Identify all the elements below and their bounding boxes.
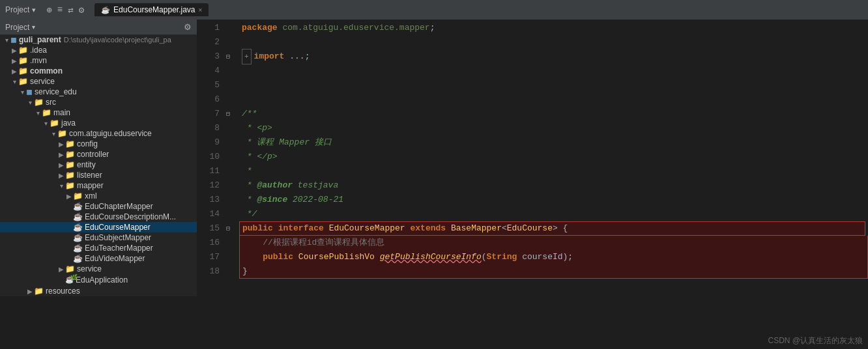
code-text xyxy=(273,221,278,236)
sidebar-item-edu-course-desc[interactable]: ▶ ☕ EduCourseDescriptionM... xyxy=(0,212,197,222)
code-line-11: * xyxy=(239,164,868,178)
sidebar-item-idea[interactable]: ▶ 📁 .idea xyxy=(0,45,197,55)
code-line-15: ● public interface EduCourseMapper exten… xyxy=(239,221,865,236)
sidebar-item-listener[interactable]: ▶ 📁 listener xyxy=(0,170,197,180)
comment: */ xyxy=(242,207,257,221)
code-text: ( xyxy=(482,250,487,264)
sidebar-item-java[interactable]: ▾ 📁 java xyxy=(0,118,197,128)
code-text xyxy=(242,250,263,264)
sidebar-item-mapper[interactable]: ▾ 📁 mapper xyxy=(0,180,197,191)
sidebar-icon-1[interactable]: ⚙ xyxy=(184,22,192,32)
sidebar-label: .mvn xyxy=(30,56,47,65)
project-dropdown-icon[interactable]: ▾ xyxy=(32,6,36,14)
settings-icon[interactable]: ⚙ xyxy=(79,5,84,16)
add-icon[interactable]: ⊕ xyxy=(46,5,51,16)
code-text: ; xyxy=(430,21,435,35)
collapse-icon[interactable]: ⊟ xyxy=(226,53,230,61)
sidebar-item-edu-course-mapper[interactable]: ▶ ☕ EduCourseMapper xyxy=(0,222,197,232)
sidebar-item-controller[interactable]: ▶ 📁 controller xyxy=(0,149,197,160)
sidebar-item-edu-application[interactable]: ▶ ☕ 🌿 EduApplication xyxy=(0,274,197,286)
tab-close-button[interactable]: × xyxy=(199,7,203,14)
list-icon[interactable]: ≡ xyxy=(57,5,63,15)
gutter-line xyxy=(226,193,239,207)
sidebar-label: main xyxy=(53,108,70,117)
line-num: 13 xyxy=(197,193,220,207)
folder-icon: 📁 xyxy=(18,56,28,65)
sidebar-label: listener xyxy=(77,171,102,180)
folder-icon: 📁 xyxy=(65,264,75,273)
line-num: 1 xyxy=(197,21,220,35)
sidebar-item-xml[interactable]: ▶ 📁 xml xyxy=(0,191,197,201)
arrow-icon: ▶ xyxy=(26,288,34,295)
sidebar-item-guli-parent[interactable]: ▾ ◼ guli_parent D:\study\java\code\proje… xyxy=(0,35,197,45)
gutter-line xyxy=(226,250,239,264)
sidebar-label: .idea xyxy=(30,46,47,55)
code-line-13: * @since 2022-08-21 xyxy=(239,193,868,207)
line-numbers: 1 2 3 4 5 6 7 8 9 10 11 12 13 14 15 16 1 xyxy=(197,20,226,296)
sidebar-item-edu-video-mapper[interactable]: ▶ ☕ EduVideoMapper xyxy=(0,253,197,264)
line-num: 16 xyxy=(197,236,220,250)
gutter-collapse-class[interactable]: ⊟ xyxy=(226,221,239,236)
sidebar-header: Project ▾ ⚙ xyxy=(0,20,197,35)
comment: //根据课程id查询课程具体信息 xyxy=(263,236,384,250)
sidebar-item-edu-teacher-mapper[interactable]: ▶ ☕ EduTeacherMapper xyxy=(0,243,197,253)
sidebar-item-main[interactable]: ▾ 📁 main xyxy=(0,107,197,118)
sidebar-item-src[interactable]: ▾ 📁 src xyxy=(0,97,197,107)
arrow-icon: ▶ xyxy=(57,141,65,148)
title-bar-left: Project ▾ xyxy=(5,5,36,14)
gutter-collapse-comment[interactable]: ⊟ xyxy=(226,107,239,121)
sidebar-item-com-atguigu[interactable]: ▾ 📁 com.atguigu.eduservice xyxy=(0,128,197,139)
java-icon: ☕ xyxy=(73,233,83,242)
sidebar-item-mvn[interactable]: ▶ 📁 .mvn xyxy=(0,55,197,66)
code-line-1: package com.atguigu.eduservice.mapper ; xyxy=(239,21,868,35)
java-icon: ☕ xyxy=(73,254,83,263)
java-icon: ☕ xyxy=(73,223,83,232)
sidebar-header-icons: ⚙ xyxy=(184,22,192,32)
sidebar-item-service-sub[interactable]: ▶ 📁 service xyxy=(0,264,197,274)
sidebar-item-resources[interactable]: ▶ 📁 resources xyxy=(0,286,197,296)
sidebar-item-common[interactable]: ▶ 📁 common xyxy=(0,66,197,76)
module-icon: ◼ xyxy=(10,35,17,44)
code-line-14: */ xyxy=(239,207,868,221)
project-label[interactable]: Project xyxy=(5,5,29,14)
main-area: Project ▾ ⚙ ▾ ◼ guli_parent D:\study\jav… xyxy=(0,20,868,296)
line-num: 3 xyxy=(197,49,220,64)
code-line-10: * </p> xyxy=(239,150,868,164)
folder-icon: 📁 xyxy=(42,108,51,117)
sidebar-header-left: Project ▾ xyxy=(5,23,35,32)
keyword: public xyxy=(242,221,273,236)
arrow-icon: ▾ xyxy=(42,120,50,127)
gutter-line xyxy=(226,78,239,92)
keyword: extends xyxy=(411,221,446,236)
line-num: 9 xyxy=(197,135,220,150)
code-lines: package com.atguigu.eduservice.mapper ; … xyxy=(239,20,868,296)
sidebar-item-entity[interactable]: ▶ 📁 entity xyxy=(0,160,197,170)
arrow-icon: ▾ xyxy=(57,182,65,189)
java-icon: ☕ xyxy=(73,244,83,253)
sidebar-item-service[interactable]: ▾ 📁 service xyxy=(0,76,197,87)
sidebar-item-edu-subject-mapper[interactable]: ▶ ☕ EduSubjectMapper xyxy=(0,232,197,243)
gutter-collapse-import[interactable]: ⊟ xyxy=(226,49,239,64)
method-name: getPublishCourseInfo xyxy=(380,250,482,264)
arrows-icon[interactable]: ⇄ xyxy=(68,5,73,16)
sidebar-label: EduSubjectMapper xyxy=(85,233,151,242)
comment: /** xyxy=(242,107,257,121)
code-editor[interactable]: 1 2 3 4 5 6 7 8 9 10 11 12 13 14 15 16 1 xyxy=(197,20,868,296)
arrow-icon: ▾ xyxy=(50,130,57,137)
sidebar-path: D:\study\java\code\project\guli_pa xyxy=(64,36,171,44)
arrow-icon: ▶ xyxy=(10,47,18,54)
collapse-box[interactable]: + xyxy=(242,49,252,64)
keyword: package xyxy=(242,21,278,35)
tab-edu-course-mapper[interactable]: ☕ EduCourseMapper.java × xyxy=(94,3,209,16)
sidebar-item-config[interactable]: ▶ 📁 config xyxy=(0,139,197,149)
class-name: EduCourseMapper xyxy=(329,221,405,236)
folder-icon: 📁 xyxy=(50,119,59,128)
sidebar-item-edu-chapter-mapper[interactable]: ▶ ☕ EduChapterMapper xyxy=(0,201,197,212)
sidebar-label: service_edu xyxy=(35,87,77,96)
line-num: 4 xyxy=(197,64,220,78)
sidebar-item-service-edu[interactable]: ▾ ◼ service_edu xyxy=(0,87,197,97)
arrow-icon: ▶ xyxy=(10,68,18,75)
collapse-icon[interactable]: ⊟ xyxy=(226,225,230,232)
sidebar-label: EduApplication xyxy=(76,275,128,285)
collapse-icon[interactable]: ⊟ xyxy=(226,110,230,118)
